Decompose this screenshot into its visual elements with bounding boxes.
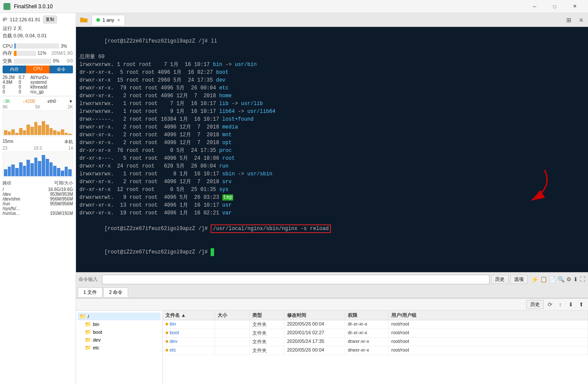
file-date: 2020/01/16 02:27: [284, 329, 345, 337]
copy-icon[interactable]: 📋: [540, 276, 547, 283]
latency-chart: [3, 151, 73, 178]
server-info: IP 112.126.61.91 复制 运行 2 天 负载 0.09, 0.04…: [3, 16, 73, 42]
file-manager: 历史 ⟳ ↑ ⬇ ⬆ 📁 / 📁 bin: [76, 298, 588, 385]
download-icon[interactable]: ⬇: [573, 276, 578, 283]
tree-item-dev[interactable]: 📁 dev: [78, 336, 161, 344]
file-list-row[interactable]: ■ etc 文件夹 2020/05/26 00:04 drwxr-xr-x ro…: [163, 346, 588, 355]
tab-cpu[interactable]: CPU: [26, 66, 50, 73]
col-header-owner[interactable]: 用户/用户组: [389, 311, 588, 320]
running-time: 运行 2 天: [3, 25, 73, 32]
file-date: 2020/05/26 00:04: [284, 320, 345, 329]
tab-commands[interactable]: 2 命令: [103, 287, 128, 297]
settings-icon[interactable]: ⚙: [566, 276, 571, 283]
disk-row: / 16.6G/19.6G: [3, 187, 73, 192]
file-list-row[interactable]: ■ bin 文件夹 2020/05/26 00:04 dr-xr-xr-x ro…: [163, 320, 588, 329]
file-refresh-button[interactable]: ⟳: [545, 300, 554, 309]
net-interface: eth0: [48, 99, 56, 104]
net-up: ↑3K: [3, 99, 10, 104]
file-upload-button[interactable]: ⬆: [577, 300, 585, 309]
terminal-line: 总用量 60: [79, 53, 585, 61]
file-size: [215, 346, 250, 355]
terminal-cmd-line: [root@iZ2ze67ifeuz62igol9apzZ /]# /usr/l…: [79, 217, 585, 240]
terminal-line: drwxr-xr-x 24 root root 620 5月 26 00:04 …: [79, 162, 585, 170]
tree-item-label: etc: [93, 345, 99, 350]
copy-ip-button[interactable]: 复制: [43, 16, 57, 23]
memory-label: 内存: [3, 50, 12, 56]
command-input-field[interactable]: [102, 275, 489, 284]
search-icon[interactable]: 🔍: [558, 276, 565, 283]
col-header-date[interactable]: 修改时间: [284, 311, 345, 320]
terminal-cursor-line: [root@iZ2ze67ifeuz62igol9apzZ /]#: [79, 240, 585, 264]
folder-icon: 📁: [79, 313, 86, 319]
file-list-header: 文件名 ▲ 大小 类型 修改时间 权限 用户/用户组: [163, 311, 588, 320]
terminal-line: drwxr-xr-x. 2 root root 4096 12月 7 2018 …: [79, 139, 585, 147]
net-header: ↑3K ↓420B eth0 ▼: [3, 99, 73, 104]
file-name: ■ etc: [163, 346, 215, 355]
file-tree: 📁 / 📁 bin 📁 boot 📁 dev: [76, 311, 163, 385]
maximize-button[interactable]: □: [545, 0, 565, 13]
paste-icon[interactable]: 📄: [549, 276, 556, 283]
tree-item-etc[interactable]: 📁 etc: [78, 344, 161, 352]
process-row: 0 0 rcu_gp: [3, 89, 73, 94]
minimize-button[interactable]: ─: [525, 0, 545, 13]
tree-item-bin[interactable]: 📁 bin: [78, 320, 161, 328]
memory-stat-row: 内存 11% 205M/1.9G: [3, 50, 73, 56]
disk-path: /run: [3, 201, 10, 206]
file-list-row[interactable]: ■ dev 文件夹 2020/05/24 17:35 drwxr-xr-x ro…: [163, 338, 588, 346]
proc-mem: 0: [3, 85, 18, 89]
col-header-size[interactable]: 大小: [215, 311, 250, 320]
tab-cmd[interactable]: 命令: [50, 66, 73, 73]
options-button[interactable]: 选项: [510, 275, 528, 284]
grid-view-button[interactable]: ⊞: [564, 15, 574, 25]
file-up-button[interactable]: ↑: [556, 300, 565, 309]
lightning-icon[interactable]: ⚡: [531, 276, 538, 283]
app-icon: [3, 3, 10, 10]
divider: [3, 96, 73, 96]
file-list-row[interactable]: ■ boot 文件夹 2020/01/16 02:27 dr-xr-xr-x r…: [163, 329, 588, 338]
disk-avail: 955M/956M: [50, 201, 73, 206]
file-owner: root/root: [389, 338, 588, 346]
process-row: 29.2M 0.7 AliYunDu: [3, 75, 73, 80]
proc-cpu: 0: [19, 80, 30, 85]
tab-files[interactable]: 1 文件: [78, 287, 102, 297]
fullscreen-icon[interactable]: ⛶: [580, 276, 585, 283]
file-type: 文件夹: [250, 346, 284, 355]
terminal[interactable]: [root@iZ2ze67ifeuz62igol9apzZ /]# ll 总用量…: [76, 27, 588, 272]
proc-mem: 4.8M: [3, 80, 18, 85]
folder-icon: 📁: [85, 321, 91, 327]
terminal-line: drwxr-xr-x. 79 root root 4096 5月 26 00:0…: [79, 84, 585, 92]
close-button[interactable]: ✕: [565, 0, 585, 13]
file-download-button[interactable]: ⬇: [566, 300, 575, 309]
folder-icon: 📁: [85, 337, 91, 343]
net-dropdown-icon[interactable]: ▼: [69, 99, 73, 104]
net-scale: 8K5K2K: [3, 105, 73, 109]
col-header-name[interactable]: 文件名 ▲: [163, 311, 215, 320]
swap-label: 交换: [3, 58, 12, 64]
terminal-line: dr-xr-x---. 5 root root 4096 5月 24 18:06…: [79, 155, 585, 162]
tree-item-boot[interactable]: 📁 boot: [78, 328, 161, 336]
ip-label: IP: [3, 17, 7, 22]
col-header-type[interactable]: 类型: [250, 311, 284, 320]
cpu-bar: [14, 43, 16, 49]
terminal-line: dr-xr-xr-x. 5 root root 4096 1月 16 02:27…: [79, 69, 585, 76]
tab-close-icon[interactable]: ✕: [117, 18, 120, 23]
terminal-line: drwx------. 2 root root 16384 1月 16 10:1…: [79, 115, 585, 123]
col-header-perm[interactable]: 权限: [345, 311, 389, 320]
main-layout: IP 112.126.61.91 复制 运行 2 天 负载 0.09, 0.04…: [0, 13, 588, 385]
folder-icon: 📁: [85, 345, 91, 351]
disk-row: /dev 953M/953M: [3, 192, 73, 197]
terminal-line: lrwxrwxrwx. 1 root root 7 1月 16 10:17 li…: [79, 100, 585, 108]
proc-name: rcu_gp: [30, 89, 73, 94]
file-type: 文件夹: [250, 320, 284, 329]
file-history-button[interactable]: 历史: [526, 300, 544, 309]
menu-button[interactable]: ≡: [576, 15, 586, 25]
terminal-line: drwxr-xr-x 15 root root 2960 5月 24 17:35…: [79, 76, 585, 84]
session-tab[interactable]: 1 any ✕: [92, 15, 125, 25]
terminal-line: [root@iZ2ze67ifeuz62igol9apzZ /]# ll: [79, 30, 585, 53]
folder-open-button[interactable]: [78, 15, 90, 25]
history-button[interactable]: 历史: [491, 275, 509, 284]
terminal-line: drwxr-xr-x. 19 root root 4096 1月 16 02:2…: [79, 209, 585, 217]
terminal-line: lrwxrwxrwx. 1 root root 8 1月 16 10:17 sb…: [79, 170, 585, 178]
tab-memory[interactable]: 内存: [3, 66, 26, 73]
tree-item-root[interactable]: 📁 /: [78, 313, 161, 320]
